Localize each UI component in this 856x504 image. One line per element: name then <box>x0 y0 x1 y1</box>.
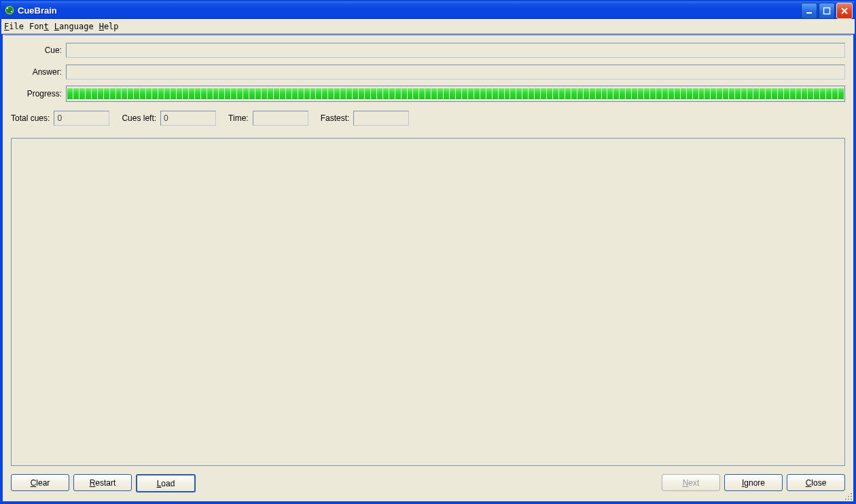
cues-left-field: 0 <box>160 111 216 126</box>
total-cues-field: 0 <box>54 111 109 126</box>
window-controls <box>800 3 853 18</box>
window-title: CueBrain <box>18 5 800 16</box>
menu-file[interactable]: File <box>4 22 24 31</box>
answer-row: Answer: <box>11 65 845 79</box>
minimize-button[interactable] <box>801 3 817 19</box>
ignore-button[interactable]: Ignore <box>724 474 783 491</box>
menu-font[interactable]: Font <box>29 22 49 31</box>
button-bar: Clear Restart Load Next Ignore Close <box>11 474 845 490</box>
cue-label: Cue: <box>11 46 66 55</box>
load-button[interactable]: Load <box>136 474 196 492</box>
fastest-group: Fastest: <box>321 111 410 126</box>
application-window: CueBrain File Font Language Help Cue: An… <box>0 0 856 504</box>
statusbar <box>3 493 853 501</box>
svg-rect-5 <box>824 8 830 14</box>
next-button[interactable]: Next <box>662 474 720 491</box>
svg-point-3 <box>11 11 12 12</box>
spacer <box>200 474 662 490</box>
progress-label: Progress: <box>11 89 66 98</box>
svg-rect-4 <box>806 12 812 14</box>
restart-button[interactable]: Restart <box>73 474 132 491</box>
answer-label: Answer: <box>11 67 66 77</box>
time-label: Time: <box>228 113 253 123</box>
maximize-button[interactable] <box>819 3 835 19</box>
clear-button[interactable]: Clear <box>11 474 69 491</box>
separator <box>5 35 851 37</box>
svg-point-2 <box>7 7 8 9</box>
menubar: File Font Language Help <box>1 19 855 34</box>
output-area <box>11 138 845 466</box>
cue-row: Cue: <box>11 43 845 58</box>
time-field <box>253 111 308 126</box>
cue-field <box>66 43 845 58</box>
app-icon <box>4 5 15 16</box>
svg-point-0 <box>5 5 14 15</box>
progress-bar <box>66 86 845 102</box>
resize-grip-icon[interactable] <box>844 492 852 500</box>
titlebar[interactable]: CueBrain <box>1 1 855 19</box>
total-cues-label: Total cues: <box>11 113 54 123</box>
total-cues-group: Total cues: 0 <box>11 111 109 126</box>
close-window-button[interactable] <box>836 3 853 19</box>
answer-field[interactable] <box>66 65 845 79</box>
menu-help[interactable]: Help <box>99 22 119 31</box>
fastest-field <box>353 111 409 126</box>
stats-row: Total cues: 0 Cues left: 0 Time: Fastest… <box>11 111 845 126</box>
cues-left-label: Cues left: <box>122 113 160 123</box>
client-area: Cue: Answer: Progress: Total cues: 0 Cue… <box>3 35 853 501</box>
fastest-label: Fastest: <box>321 113 354 123</box>
close-button[interactable]: Close <box>787 474 845 491</box>
cues-left-group: Cues left: 0 <box>122 111 216 126</box>
menu-language[interactable]: Language <box>54 22 94 31</box>
progress-row: Progress: <box>11 86 845 101</box>
time-group: Time: <box>228 111 308 126</box>
